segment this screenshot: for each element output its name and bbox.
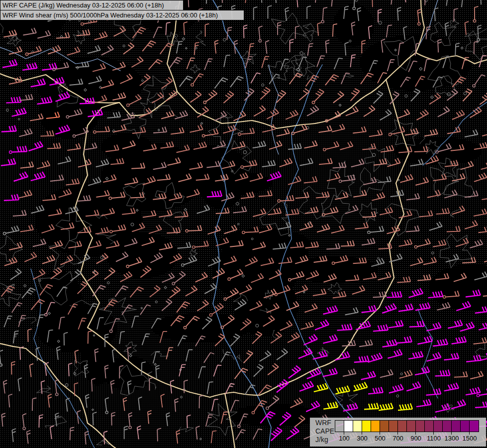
legend-color-cell	[461, 421, 470, 432]
legend-model-label: WRF	[315, 419, 331, 427]
legend-tick-labels: 100300500700900110013001500	[335, 432, 480, 445]
legend-tick-label: 900	[410, 435, 421, 442]
title-cape: WRF CAPE (J/kg) Wednesday 03-12-2025 06:…	[0, 0, 184, 10]
map-graphic	[0, 0, 487, 448]
title-windshear-text: WRF Wind shear (m/s) 500/1000hPa Wednesd…	[2, 11, 218, 19]
legend-color-cell	[389, 421, 398, 432]
legend-tick-label: 700	[392, 435, 403, 442]
legend-tick-label: 300	[357, 435, 368, 442]
legend-color-cell	[416, 421, 425, 432]
legend-color-cell	[380, 421, 389, 432]
legend-color-cell	[362, 421, 371, 432]
legend-color-cell	[335, 421, 344, 432]
cape-legend: WRF CAPE J/kg 10030050070090011001300150…	[310, 418, 486, 447]
legend-color-cell	[434, 421, 443, 432]
legend-color-cell	[344, 421, 353, 432]
legend-unit-label: J/kg	[315, 436, 328, 444]
legend-color-cell	[407, 421, 416, 432]
legend-param-label: CAPE	[315, 427, 334, 435]
legend-tick-label: 500	[375, 435, 386, 442]
legend-color-cell	[353, 421, 362, 432]
legend-tick-label: 1300	[445, 435, 459, 442]
legend-color-cell	[470, 421, 479, 432]
title-cape-text: WRF CAPE (J/kg) Wednesday 03-12-2025 06:…	[2, 1, 164, 9]
title-windshear: WRF Wind shear (m/s) 500/1000hPa Wednesd…	[0, 10, 244, 20]
legend-color-cell	[452, 421, 461, 432]
legend-color-cell	[443, 421, 452, 432]
legend-color-cell	[398, 421, 407, 432]
legend-tick-label: 100	[339, 435, 350, 442]
legend-color-cell	[371, 421, 380, 432]
legend-tick-label: 1100	[427, 435, 441, 442]
legend-tick-label: 1500	[463, 435, 477, 442]
legend-color-cell	[425, 421, 434, 432]
weather-map: WRF CAPE (J/kg) Wednesday 03-12-2025 06:…	[0, 0, 487, 448]
legend-color-bar	[335, 420, 479, 432]
